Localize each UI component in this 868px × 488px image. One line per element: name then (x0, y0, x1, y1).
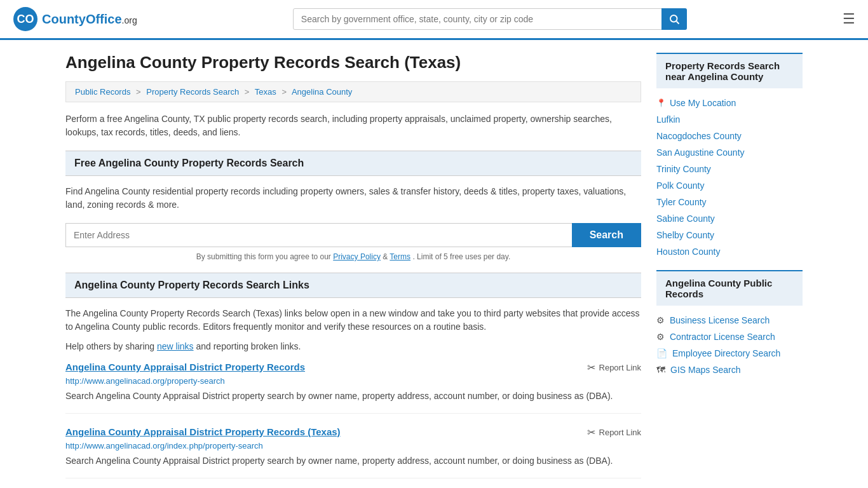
global-search-button[interactable] (661, 8, 687, 30)
logo[interactable]: CO CountyOffice.org (13, 6, 137, 32)
svg-point-2 (670, 15, 677, 22)
nearby-link-5[interactable]: Tyler County (656, 194, 803, 210)
logo-text: CountyOffice.org (42, 12, 137, 27)
breadcrumb: Public Records > Property Records Search… (65, 81, 641, 102)
svg-line-3 (677, 22, 679, 24)
site-header: CO CountyOffice.org ☰ (0, 0, 868, 40)
global-search-input[interactable] (293, 8, 687, 30)
location-dot-icon: 📍 (656, 98, 666, 107)
free-search-header: Free Angelina County Property Records Se… (65, 151, 641, 176)
sidebar: Property Records Search near Angelina Co… (656, 53, 803, 488)
address-search-input[interactable] (65, 223, 572, 247)
nearby-links: 📍 Use My Location Lufkin Nacogdoches Cou… (656, 95, 803, 260)
record-desc-2: Search Angelina County Appraisal Distric… (65, 454, 641, 468)
report-icon-1: ✂ (587, 362, 595, 374)
free-search-desc: Find Angelina County residential propert… (65, 185, 641, 212)
address-search-form: Search (65, 223, 641, 247)
breadcrumb-property-records[interactable]: Property Records Search (146, 87, 239, 97)
page-description: Perform a free Angelina County, TX publi… (65, 112, 641, 139)
menu-icon[interactable]: ☰ (843, 11, 855, 27)
public-records-links: ⚙ Business License Search ⚙ Contractor L… (656, 312, 803, 378)
privacy-policy-link[interactable]: Privacy Policy (333, 252, 381, 261)
svg-text:CO: CO (17, 13, 34, 25)
record-url-2[interactable]: http://www.angelinacad.org/index.php/pro… (65, 441, 641, 451)
record-url-1[interactable]: http://www.angelinacad.org/property-sear… (65, 376, 641, 386)
nearby-link-4[interactable]: Polk County (656, 177, 803, 194)
main-container: Angelina County Property Records Search … (53, 40, 815, 488)
form-note: By submitting this form you agree to our… (65, 252, 641, 261)
public-link-2[interactable]: 📄 Employee Directory Search (656, 345, 803, 362)
record-title-2[interactable]: Angelina County Appraisal District Prope… (65, 426, 341, 437)
breadcrumb-angelina[interactable]: Angelina County (292, 87, 352, 97)
use-my-location-link[interactable]: Use My Location (670, 98, 736, 108)
nearby-link-8[interactable]: Houston County (656, 243, 803, 260)
use-my-location-item[interactable]: 📍 Use My Location (656, 95, 803, 111)
main-content: Angelina County Property Records Search … (65, 53, 641, 488)
record-item: Angelina County Appraisal District Prope… (65, 426, 641, 478)
links-description: The Angelina County Property Records Sea… (65, 307, 641, 334)
public-link-3[interactable]: 🗺 GIS Maps Search (656, 362, 803, 378)
public-records-header: Angelina County Public Records (656, 270, 803, 306)
contractor-license-icon: ⚙ (656, 332, 665, 342)
report-icon-2: ✂ (587, 426, 595, 438)
report-link-1[interactable]: ✂ Report Link (587, 362, 641, 374)
business-license-icon: ⚙ (656, 315, 665, 325)
nearby-link-7[interactable]: Shelby County (656, 227, 803, 243)
public-link-0[interactable]: ⚙ Business License Search (656, 312, 803, 329)
search-icon (668, 13, 680, 25)
breadcrumb-texas[interactable]: Texas (255, 87, 276, 97)
address-search-button[interactable]: Search (572, 223, 641, 247)
record-item-header-1: Angelina County Appraisal District Prope… (65, 362, 641, 374)
gis-maps-icon: 🗺 (656, 365, 665, 375)
employee-directory-icon: 📄 (656, 348, 667, 358)
terms-link[interactable]: Terms (390, 252, 410, 261)
global-search (293, 8, 687, 30)
links-section-header: Angelina County Property Records Search … (65, 273, 641, 298)
new-links-link[interactable]: new links (157, 341, 194, 351)
public-link-1[interactable]: ⚙ Contractor License Search (656, 329, 803, 345)
record-desc-1: Search Angelina County Appraisal Distric… (65, 390, 641, 403)
breadcrumb-public-records[interactable]: Public Records (75, 87, 130, 97)
help-text: Help others by sharing new links and rep… (65, 341, 641, 351)
nearby-link-2[interactable]: San Augustine County (656, 144, 803, 161)
logo-icon: CO (13, 6, 38, 32)
nearby-header: Property Records Search near Angelina Co… (656, 53, 803, 88)
report-link-2[interactable]: ✂ Report Link (587, 426, 641, 438)
record-title-1[interactable]: Angelina County Appraisal District Prope… (65, 362, 305, 372)
record-item-header-2: Angelina County Appraisal District Prope… (65, 426, 641, 438)
nearby-link-0[interactable]: Lufkin (656, 111, 803, 128)
nearby-link-6[interactable]: Sabine County (656, 210, 803, 227)
record-item: Angelina County Appraisal District Prope… (65, 362, 641, 414)
nearby-link-1[interactable]: Nacogdoches County (656, 128, 803, 144)
page-title: Angelina County Property Records Search … (65, 53, 641, 72)
nearby-link-3[interactable]: Trinity County (656, 161, 803, 177)
